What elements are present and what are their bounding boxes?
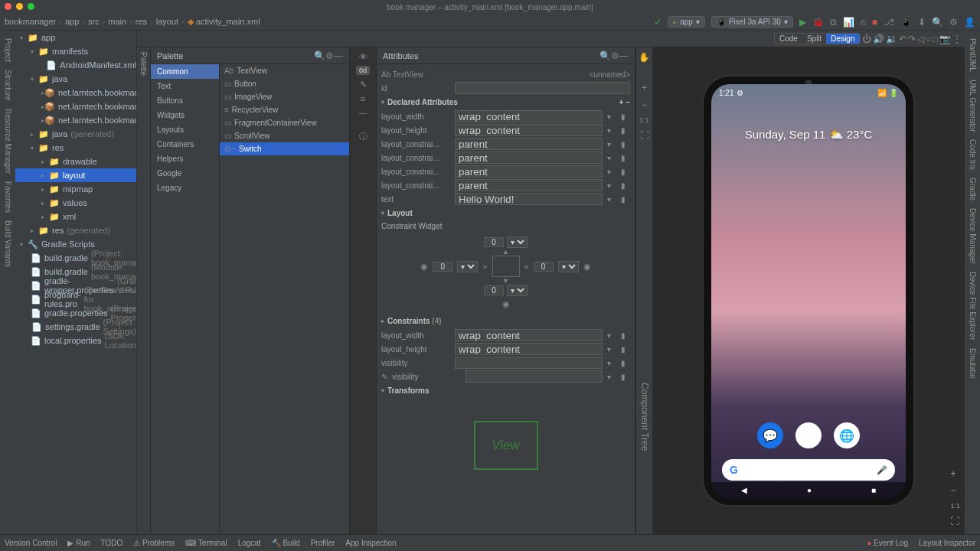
breadcrumb-item[interactable]: bookmanager [5,17,56,26]
hide-icon[interactable]: — [619,51,629,61]
zoom-out-icon[interactable]: − [642,99,647,110]
chevron-down-icon[interactable]: ▾ [607,168,616,176]
home-icon[interactable]: ○ [926,34,931,44]
status-item[interactable]: Logcat [238,539,261,547]
zoom-out-icon[interactable]: − [950,485,960,496]
tree-node[interactable]: ▸ 📁 layout [15,168,136,182]
search-icon[interactable]: 🔍 [932,17,943,28]
component-tree-tab[interactable]: Component Tree [639,383,650,451]
cw-bottom[interactable] [484,285,504,295]
wand-icon[interactable]: ✎ [360,80,367,90]
mode-split[interactable]: Split [802,34,826,44]
tree-node[interactable]: ▸ 📁 mipmap [15,182,136,196]
palette-category[interactable]: Layouts [151,122,219,137]
tree-node[interactable]: ▸ 📁 java(generated) [15,127,136,141]
eye-icon[interactable]: 👁 [359,52,368,61]
attr-value[interactable] [455,357,603,369]
palette-category[interactable]: Legacy [151,181,219,195]
settings-icon[interactable]: ⚙ [611,51,619,61]
zoom-fit-icon[interactable]: 1:1 [950,502,960,510]
search-icon[interactable]: 🔍 [599,51,611,61]
breadcrumb-item[interactable]: main [108,17,126,26]
mac-window-controls[interactable] [5,3,34,10]
info-icon[interactable]: ⓘ [359,131,368,142]
tree-node[interactable]: ▸ 📁 res(generated) [15,223,136,237]
zoom-reset-icon[interactable]: ⛶ [950,516,960,527]
tool-tab[interactable]: Emulator [969,348,977,379]
cw-left[interactable] [433,262,452,272]
sync-icon[interactable]: ✓ [654,17,662,28]
debug-icon[interactable]: 🐞 [812,17,824,28]
status-item[interactable]: Profiler [311,539,335,547]
chevron-down-icon[interactable]: ▾ [607,331,616,340]
project-tree[interactable]: ▾ 📁 app ▾ 📁 manifests 📄 AndroidManifest.… [15,31,137,534]
palette-category[interactable]: Containers [151,137,219,152]
breadcrumb-item[interactable]: ◆ activity_main.xml [188,17,260,26]
pan-icon[interactable]: ✋ [639,52,650,63]
status-item[interactable]: 🔨 Build [272,539,300,547]
remove-icon[interactable]: − [626,98,630,106]
tool-tab[interactable]: Device Manager [969,208,977,264]
palette-category[interactable]: Common [151,64,219,79]
rotate-right-icon[interactable]: ↷ [908,34,916,44]
attr-value[interactable] [455,124,603,136]
zoom-reset-icon[interactable]: ⛶ [640,130,649,141]
attr-value[interactable] [455,193,603,205]
run-config-dropdown[interactable]: ▸app▾ [668,16,705,28]
tree-node[interactable]: ▸ 📁 drawable [15,155,136,168]
section-declared[interactable]: Declared Attributes [387,98,458,106]
app-play[interactable]: ▶ [795,422,822,448]
palette-categories[interactable]: CommonTextButtonsWidgetsLayoutsContainer… [151,64,220,534]
chevron-down-icon[interactable]: ▾ [607,345,616,354]
mode-design[interactable]: Design [826,34,859,44]
tree-node[interactable]: ▸ 📁 xml [15,210,136,223]
breadcrumb-item[interactable]: app [65,17,79,26]
rotate-left-icon[interactable]: ↶ [899,34,906,44]
nav-overview-icon[interactable]: ■ [871,486,876,494]
more-icon[interactable]: ⋮ [952,34,962,44]
device-dropdown[interactable]: 📱Pixel 3a API 30▾ [711,16,793,28]
snapshot-icon[interactable]: 📷 [939,34,951,44]
app-messages[interactable]: 💬 [757,422,783,448]
voldown-icon[interactable]: 🔉 [886,34,897,44]
tree-node[interactable]: ▾ 📁 manifests [15,44,136,58]
attr-value[interactable] [455,179,603,191]
tree-node[interactable]: ▸ 📦 net.larntech.bookmanager(test) [15,113,136,127]
attr-value[interactable] [455,152,603,164]
profile-icon[interactable]: 📊 [843,17,854,28]
status-item[interactable]: TODO [101,539,123,547]
nav-back-icon[interactable]: ◀ [741,486,747,494]
tree-node[interactable]: 📄 local.properties(SDK Location) [15,334,136,347]
palette-item[interactable]: ≡RecyclerView [220,103,349,116]
palette-item[interactable]: ▭Button [220,77,349,90]
avd-icon[interactable]: 📱 [900,17,912,28]
palette-item[interactable]: ⊙─Switch [220,142,349,155]
palette-items[interactable]: AbTextView▭Button▭ImageView≡RecyclerView… [220,64,349,534]
attr-value[interactable] [466,370,603,383]
palette-tab[interactable]: Palette [139,52,148,76]
chevron-down-icon[interactable]: ▾ [607,373,616,381]
tree-node[interactable]: ▾ 📁 res [15,141,136,155]
run-icon[interactable]: ▶ [799,17,806,28]
zoom-in-icon[interactable]: + [642,83,647,93]
attr-value[interactable] [455,138,603,150]
status-item[interactable]: App Inspection [345,539,396,547]
hide-icon[interactable]: — [334,51,343,61]
status-item[interactable]: Layout Inspector [919,539,975,547]
section-layout[interactable]: Layout [387,209,413,217]
chevron-down-icon[interactable]: ▾ [607,181,616,190]
section-transforms[interactable]: Transforms [387,386,429,395]
breadcrumb[interactable]: bookmanager›app›src›main›res›layout›◆ ac… [5,17,260,27]
attr-value[interactable] [455,343,603,355]
cw-right[interactable] [534,262,554,272]
chevron-down-icon[interactable]: ▾ [607,140,616,148]
tool-tab[interactable]: Code Iris [969,139,977,170]
tool-tab[interactable]: Favorites [4,181,12,213]
palette-category[interactable]: Widgets [151,108,219,122]
tool-tab[interactable]: Resource Manager [4,109,12,174]
palette-item[interactable]: ▭FragmentContainerView [220,116,349,129]
chevron-down-icon[interactable]: ▾ [607,359,616,367]
back-icon[interactable]: ◁ [917,34,924,44]
power-icon[interactable]: ⏻ [862,34,871,44]
add-icon[interactable]: + [619,98,624,106]
